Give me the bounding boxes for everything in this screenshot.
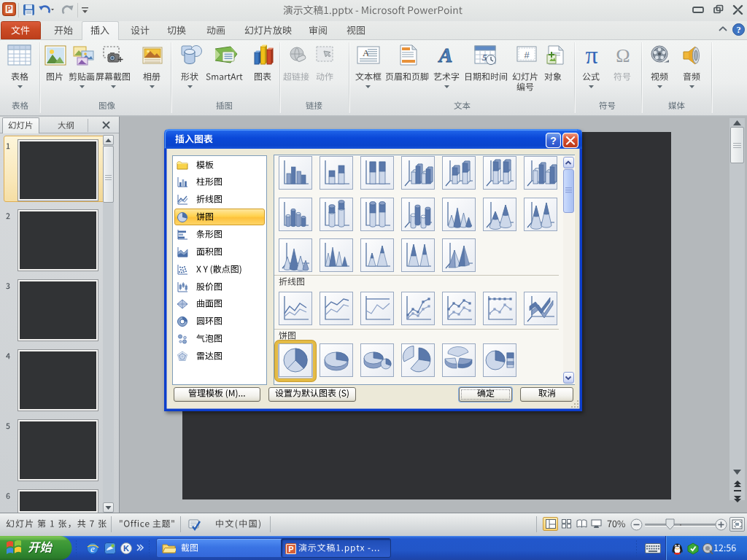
svg-text:#: # <box>524 50 530 61</box>
svg-text:?: ? <box>550 135 557 147</box>
svg-text:Ω: Ω <box>616 45 630 66</box>
svg-text:K: K <box>123 544 129 553</box>
svg-text:P: P <box>7 5 12 13</box>
svg-text:A: A <box>438 45 453 65</box>
svg-text:?: ? <box>736 25 740 35</box>
svg-text:e: e <box>90 543 95 554</box>
svg-text:P: P <box>288 545 293 553</box>
svg-text:π: π <box>585 45 597 66</box>
